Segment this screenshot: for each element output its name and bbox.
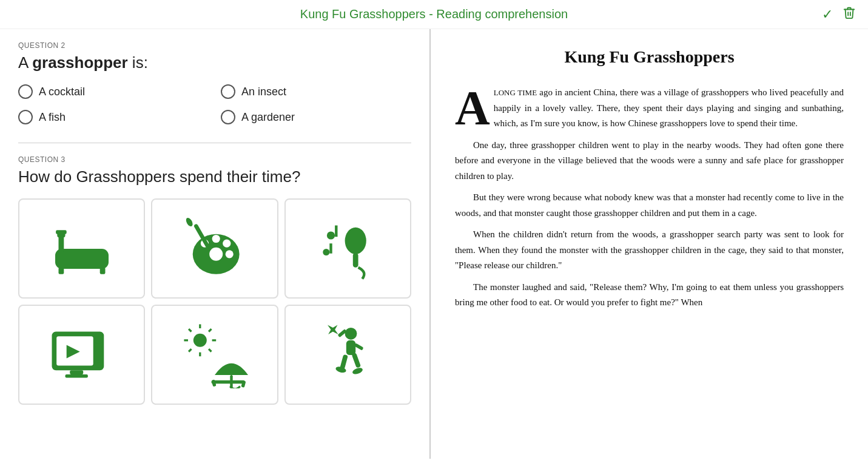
small-caps-text: LONG TIME xyxy=(494,88,537,97)
story-title: Kung Fu Grasshoppers xyxy=(455,47,844,67)
option-cocktail[interactable]: A cocktail xyxy=(18,84,209,99)
question-3-text: How do Grasshoppers spend their time? xyxy=(18,167,411,186)
header-title: Kung Fu Grasshoppers - Reading comprehen… xyxy=(300,7,568,21)
image-cell-microphone[interactable] xyxy=(284,198,411,299)
svg-point-11 xyxy=(226,250,234,258)
svg-point-50 xyxy=(352,367,364,375)
header-actions: ✓ xyxy=(822,6,856,23)
option-insect-label: An insect xyxy=(241,86,286,98)
check-icon[interactable]: ✓ xyxy=(822,7,833,22)
q2-suffix: is: xyxy=(128,53,148,72)
bathtub-icon xyxy=(49,215,115,282)
svg-point-25 xyxy=(96,356,101,361)
image-cell-tv[interactable] xyxy=(18,305,145,405)
svg-point-14 xyxy=(345,227,366,254)
header: Kung Fu Grasshoppers - Reading comprehen… xyxy=(0,0,868,29)
right-panel: Kung Fu Grasshoppers A LONG TIME ago in … xyxy=(431,29,868,459)
story-para-3: But they were wrong because what nobody … xyxy=(455,190,844,221)
svg-rect-27 xyxy=(70,370,83,374)
drop-cap-a: A xyxy=(455,90,490,126)
svg-line-34 xyxy=(189,329,191,331)
svg-point-29 xyxy=(193,333,207,346)
option-gardener[interactable]: A gardener xyxy=(221,110,411,124)
sunbathing-icon xyxy=(181,322,248,388)
q2-bold: grasshopper xyxy=(32,53,128,72)
svg-point-9 xyxy=(212,234,220,242)
svg-point-26 xyxy=(96,362,101,368)
question-3-label: QUESTION 3 xyxy=(18,155,411,164)
svg-line-37 xyxy=(189,349,191,351)
svg-rect-39 xyxy=(211,380,244,384)
svg-point-7 xyxy=(209,247,223,260)
svg-rect-5 xyxy=(99,267,105,274)
main-layout: QUESTION 2 A grasshopper is: A cocktail … xyxy=(0,29,868,459)
svg-line-36 xyxy=(209,329,211,331)
trash-icon[interactable] xyxy=(843,6,856,23)
option-fish[interactable]: A fish xyxy=(18,110,209,124)
svg-rect-43 xyxy=(346,340,355,354)
svg-rect-3 xyxy=(56,230,67,234)
svg-rect-28 xyxy=(65,374,87,377)
svg-rect-4 xyxy=(58,267,64,274)
story-para-4: When the children didn't return from the… xyxy=(455,227,844,274)
svg-point-16 xyxy=(327,231,335,239)
svg-rect-48 xyxy=(352,353,362,368)
question-2-label: QUESTION 2 xyxy=(18,41,411,50)
microphone-icon xyxy=(314,215,381,282)
story-para-2: One day, three grasshopper children went… xyxy=(455,138,844,184)
svg-point-13 xyxy=(185,217,194,228)
option-gardener-label: A gardener xyxy=(241,111,295,124)
image-cell-playing[interactable] xyxy=(284,305,411,405)
divider xyxy=(18,143,411,143)
image-grid xyxy=(18,198,411,405)
image-cell-palette[interactable] xyxy=(151,198,278,299)
svg-point-10 xyxy=(223,239,230,247)
svg-rect-24 xyxy=(95,346,102,351)
option-fish-label: A fish xyxy=(39,111,66,124)
option-insect[interactable]: An insect xyxy=(221,84,411,99)
image-cell-bathtub[interactable] xyxy=(18,198,145,299)
radio-fish[interactable] xyxy=(18,110,33,124)
story-body: A LONG TIME ago in ancient China, there … xyxy=(455,85,844,311)
svg-point-42 xyxy=(345,327,357,339)
svg-rect-23 xyxy=(95,338,102,343)
svg-line-35 xyxy=(209,349,211,351)
q2-prefix: A xyxy=(18,53,32,72)
question-2-block: QUESTION 2 A grasshopper is: A cocktail … xyxy=(18,41,411,124)
question-2-text: A grasshopper is: xyxy=(18,53,411,72)
story-para-1: A LONG TIME ago in ancient China, there … xyxy=(455,85,844,132)
question-3-block: QUESTION 3 How do Grasshoppers spend the… xyxy=(18,155,411,405)
tv-icon xyxy=(49,322,115,388)
radio-gardener[interactable] xyxy=(221,110,235,124)
story-para-5: The monster laughed and said, "Release t… xyxy=(455,280,844,311)
option-cocktail-label: A cocktail xyxy=(39,86,85,98)
left-panel: QUESTION 2 A grasshopper is: A cocktail … xyxy=(0,29,431,459)
playing-icon xyxy=(314,322,381,388)
image-cell-sunbathing[interactable] xyxy=(151,305,278,405)
svg-rect-1 xyxy=(58,235,64,252)
svg-rect-0 xyxy=(55,249,109,269)
palette-icon xyxy=(181,215,248,282)
svg-rect-19 xyxy=(330,243,332,254)
question-2-options: A cocktail An insect A fish A gardener xyxy=(18,84,411,124)
svg-rect-15 xyxy=(353,252,358,267)
svg-rect-17 xyxy=(335,225,337,237)
radio-cocktail[interactable] xyxy=(18,84,33,99)
radio-insect[interactable] xyxy=(221,84,235,99)
svg-point-18 xyxy=(323,249,330,255)
